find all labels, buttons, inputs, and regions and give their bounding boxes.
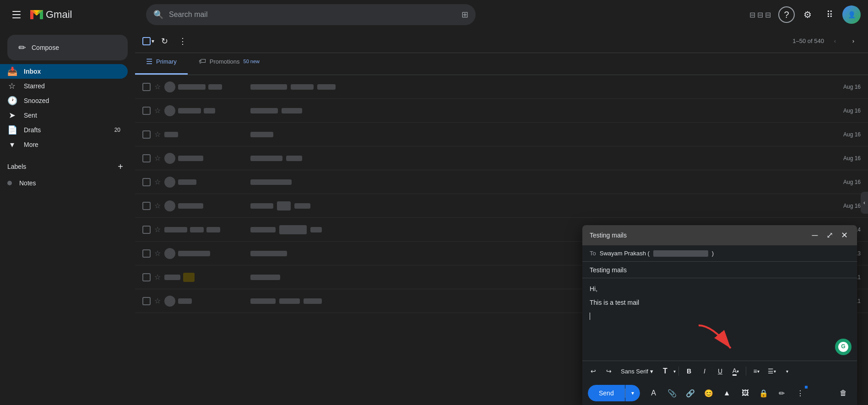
- italic-button[interactable]: I: [697, 364, 712, 378]
- promotions-badge: 50 new: [244, 59, 260, 64]
- sidebar-item-drafts[interactable]: 📄 Drafts 20: [0, 123, 128, 137]
- table-row[interactable]: ☆ Aug 16: [135, 75, 868, 99]
- starred-icon: ☆: [7, 81, 16, 91]
- font-size-button[interactable]: T: [658, 364, 673, 378]
- star-icon[interactable]: ☆: [154, 249, 161, 258]
- insert-photo-button[interactable]: 🖼: [737, 385, 754, 401]
- star-icon[interactable]: ☆: [154, 154, 161, 162]
- star-icon[interactable]: ☆: [154, 130, 161, 139]
- sidebar-item-sent[interactable]: ➤ Sent: [0, 108, 128, 123]
- right-panel-collapse[interactable]: ‹: [861, 192, 868, 214]
- star-icon[interactable]: ☆: [154, 178, 161, 186]
- notes-dot: [7, 181, 12, 185]
- tab-primary[interactable]: ☰ Primary: [135, 53, 188, 75]
- compose-body[interactable]: Hi, This is a test mail G: [582, 278, 857, 361]
- prev-page-button[interactable]: ‹: [828, 34, 842, 49]
- notification-dot: [805, 386, 808, 389]
- row-checkbox[interactable]: [142, 202, 151, 210]
- row-checkbox[interactable]: [142, 273, 151, 281]
- sidebar-item-starred[interactable]: ☆ Starred: [0, 79, 128, 93]
- star-icon[interactable]: ☆: [154, 297, 161, 305]
- table-row[interactable]: ☆ Aug 16: [135, 146, 868, 170]
- filter-icon[interactable]: ⊞: [461, 10, 468, 20]
- grammarly-icon: G: [838, 342, 848, 352]
- text-formatting-button[interactable]: A: [646, 385, 662, 401]
- refresh-button[interactable]: ↻: [156, 33, 173, 49]
- lock-button[interactable]: 🔒: [755, 385, 772, 401]
- add-label-button[interactable]: +: [113, 159, 128, 174]
- undo-button[interactable]: ↩: [586, 364, 601, 378]
- compose-label: Compose: [32, 44, 59, 51]
- star-icon[interactable]: ☆: [154, 201, 161, 210]
- insert-link-button[interactable]: 🔗: [682, 385, 699, 401]
- table-row[interactable]: ☆ Aug 16: [135, 194, 868, 218]
- send-button[interactable]: Send: [588, 385, 625, 401]
- sender-area: [164, 81, 247, 92]
- redo-button[interactable]: ↪: [602, 364, 616, 378]
- underline-button[interactable]: U: [713, 364, 727, 378]
- avatar[interactable]: 👤: [842, 5, 861, 24]
- indent-button[interactable]: ▾: [780, 364, 795, 378]
- select-checkbox[interactable]: [142, 37, 151, 45]
- emoji-button[interactable]: 😊: [700, 385, 717, 401]
- send-dropdown-button[interactable]: ▾: [625, 385, 640, 401]
- sidebar-item-snoozed[interactable]: 🕐 Snoozed: [0, 93, 128, 108]
- star-icon[interactable]: ☆: [154, 106, 161, 115]
- table-row[interactable]: ☆ Aug 16: [135, 170, 868, 194]
- row-checkbox[interactable]: [142, 107, 151, 115]
- align-button[interactable]: ≡▾: [749, 364, 764, 378]
- inbox-label: Inbox: [24, 68, 120, 75]
- sidebar-item-inbox[interactable]: 📥 Inbox: [0, 64, 128, 79]
- more-options-button[interactable]: ⋮: [174, 33, 191, 49]
- table-row[interactable]: ☆ Aug 16: [135, 99, 868, 123]
- row-checkbox[interactable]: [142, 130, 151, 139]
- compose-window: Testing mails ─ ⤢ ✕ To Swayam Prakash ( …: [582, 225, 857, 405]
- row-checkbox[interactable]: [142, 83, 151, 91]
- close-compose-button[interactable]: ✕: [839, 230, 850, 241]
- list-button[interactable]: ☰▾: [765, 364, 779, 378]
- search-bar[interactable]: 🔍 ⊞: [146, 4, 476, 25]
- starred-label: Starred: [24, 82, 120, 90]
- compose-button[interactable]: ✏ Compose: [7, 35, 128, 60]
- attach-file-button[interactable]: 📎: [664, 385, 680, 401]
- row-checkbox[interactable]: [142, 178, 151, 186]
- star-icon[interactable]: ☆: [154, 225, 161, 234]
- compose-header[interactable]: Testing mails ─ ⤢ ✕: [582, 225, 857, 245]
- minimize-button[interactable]: ─: [809, 230, 820, 241]
- table-row[interactable]: ☆ Aug 16: [135, 123, 868, 146]
- drive-button[interactable]: ▲: [719, 385, 735, 401]
- apps-icon[interactable]: ⠿: [820, 5, 839, 24]
- expand-button[interactable]: ⤢: [824, 230, 835, 241]
- more-options-compose-button[interactable]: ⋮: [792, 385, 808, 401]
- compose-to-field[interactable]: To Swayam Prakash ( ): [582, 245, 857, 262]
- menu-icon[interactable]: [7, 5, 26, 24]
- next-page-button[interactable]: ›: [846, 34, 861, 49]
- compose-subject-field[interactable]: Testing mails: [582, 262, 857, 278]
- bold-button[interactable]: B: [682, 364, 696, 378]
- star-icon[interactable]: ☆: [154, 273, 161, 281]
- font-family-selector[interactable]: Sans Serif ▾: [617, 364, 657, 378]
- body-empty-line: [590, 312, 850, 321]
- row-checkbox[interactable]: [142, 297, 151, 305]
- label-notes[interactable]: Notes: [0, 176, 128, 190]
- grammarly-button[interactable]: G: [835, 339, 852, 355]
- select-all[interactable]: ▾: [142, 37, 154, 45]
- font-dropdown-icon: ▾: [650, 368, 653, 375]
- row-checkbox[interactable]: [142, 249, 151, 258]
- help-icon[interactable]: ?: [778, 6, 795, 23]
- pagination: 1–50 of 540 ‹ ›: [792, 34, 861, 49]
- signature-button[interactable]: ✏: [774, 385, 790, 401]
- star-icon[interactable]: ☆: [154, 82, 161, 91]
- app-title: Gmail: [46, 9, 72, 21]
- row-checkbox[interactable]: [142, 154, 151, 162]
- sidebar-item-more[interactable]: ▾ More: [0, 137, 128, 152]
- settings-icon[interactable]: ⚙: [798, 5, 817, 24]
- row-checkbox[interactable]: [142, 226, 151, 234]
- select-dropdown-icon[interactable]: ▾: [152, 38, 154, 44]
- search-input[interactable]: [169, 11, 456, 19]
- text-color-button[interactable]: A ▾: [728, 364, 743, 378]
- tab-promotions[interactable]: 🏷 Promotions 50 new: [188, 53, 271, 75]
- discard-button[interactable]: 🗑: [835, 385, 852, 401]
- search-icon: 🔍: [153, 10, 163, 20]
- promotions-tab-label: Promotions: [210, 58, 240, 65]
